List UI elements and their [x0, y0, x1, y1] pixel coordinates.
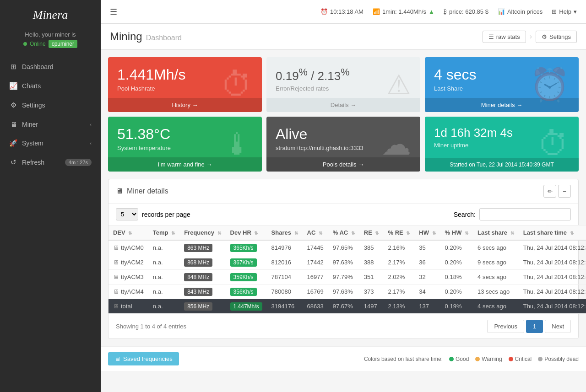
- topbar-left: ☰: [110, 7, 117, 17]
- col-shares[interactable]: Shares ⇅: [267, 226, 303, 241]
- cell-lastshare: 4 secs ago: [473, 299, 519, 314]
- cell-devhr: 1.447Mh/s: [226, 299, 267, 314]
- sidebar-item-settings[interactable]: ⚙ Settings: [0, 96, 101, 115]
- col-temp[interactable]: Temp ⇅: [148, 226, 179, 241]
- cell-lastsharetime: Thu, 24 Jul 2014 08:12:39 GMT: [519, 255, 586, 270]
- user-greeting: Hello, your miner is: [25, 31, 76, 38]
- sidebar-item-miner[interactable]: 🖥 Miner ‹: [0, 115, 101, 134]
- cell-ac: 17442: [303, 255, 328, 270]
- legend: Colors based on last share time: Good Wa…: [364, 356, 579, 362]
- charts-icon: 📈: [9, 82, 17, 90]
- cell-lastshare: 6 secs ago: [473, 240, 519, 255]
- cell-lastsharetime: Thu, 24 Jul 2014 08:12:42 GMT: [519, 240, 586, 255]
- cell-devhr: 356Kh/s: [226, 285, 267, 299]
- sidebar-item-charts[interactable]: 📈 Charts: [0, 76, 101, 96]
- cell-temp: n.a.: [148, 240, 179, 255]
- cell-lastsharetime: Thu, 24 Jul 2014 08:12:35 GMT: [519, 285, 586, 299]
- help-button[interactable]: ⊞ Help ▾: [552, 8, 577, 15]
- cell-pcthw: 0.20%: [440, 255, 473, 270]
- cell-dev: 🖥ttyACM3: [109, 270, 148, 285]
- table-row: 🖥ttyACM2 n.a. 868 MHz 367Kh/s 812016 174…: [109, 255, 586, 270]
- col-last-share-time[interactable]: Last share time ⇅: [519, 226, 586, 241]
- prev-button[interactable]: Previous: [487, 320, 524, 333]
- pagination: Previous 1 Next: [487, 320, 571, 333]
- content-scroll: Mining Dashboard ☰ raw stats › ⚙ Setting…: [101, 24, 586, 392]
- devhr-badge: 365Kh/s: [230, 244, 257, 252]
- help-icon: ⊞: [552, 8, 557, 15]
- search-input[interactable]: [479, 208, 571, 220]
- records-select[interactable]: 5 10 25 50: [116, 208, 138, 220]
- col-pct-ac[interactable]: % AC ⇅: [328, 226, 359, 241]
- cell-pctre: 2.02%: [383, 270, 414, 285]
- topbar-altcoin[interactable]: 📊 Altcoin prices: [498, 8, 543, 15]
- page-subtitle: Dashboard: [146, 34, 182, 42]
- cell-pcthw: 0.20%: [440, 285, 473, 299]
- hashrate-arrow-icon: ▲: [429, 8, 434, 15]
- cell-pctac: 97.63%: [328, 285, 359, 299]
- good-label: Good: [456, 356, 469, 362]
- bitcoin-icon: ₿: [444, 8, 447, 15]
- warning-card-icon: ⚠: [386, 69, 411, 101]
- cell-ac: 16769: [303, 285, 328, 299]
- cell-re: 388: [359, 255, 384, 270]
- page-header: Mining Dashboard ☰ raw stats › ⚙ Setting…: [101, 24, 586, 50]
- miner-details-title: 🖥 Miner details: [116, 187, 168, 195]
- sidebar-item-refresh[interactable]: ↺ Refresh 4m : 27s: [0, 153, 101, 172]
- freq-badge: 856 MHz: [184, 302, 212, 311]
- col-dev[interactable]: DEV ⇅: [109, 226, 148, 241]
- col-pct-hw[interactable]: % HW ⇅: [440, 226, 473, 241]
- sidebar-item-system[interactable]: 🚀 System ‹: [0, 134, 101, 153]
- time-value: 10:13:18 AM: [330, 8, 364, 15]
- alive-icon: ☁: [381, 127, 411, 161]
- critical-label: Critical: [515, 356, 532, 362]
- altcoin-icon: 📊: [498, 8, 505, 15]
- card-error-rate: 0.19% / 2.13% Error/Rejected rates ⚠ Det…: [266, 57, 420, 112]
- cell-pctre: 2.17%: [383, 255, 414, 270]
- freq-badge: 848 MHz: [184, 273, 212, 281]
- cell-hw: 36: [414, 255, 440, 270]
- col-last-share[interactable]: Last share ⇅: [473, 226, 519, 241]
- col-frequency[interactable]: Frequency ⇅: [179, 226, 225, 241]
- cell-freq: 868 MHz: [179, 255, 225, 270]
- col-re[interactable]: RE ⇅: [359, 226, 384, 241]
- device-icon: 🖥: [113, 274, 119, 280]
- raw-stats-button[interactable]: ☰ raw stats: [483, 31, 526, 43]
- settings-button[interactable]: ⚙ Settings: [536, 31, 577, 43]
- page-title: Mining: [110, 30, 142, 43]
- col-pct-re[interactable]: % RE ⇅: [383, 226, 414, 241]
- miner-table: DEV ⇅ Temp ⇅ Frequency ⇅ Dev HR ⇅ Shares…: [109, 225, 586, 314]
- next-button[interactable]: Next: [545, 320, 571, 333]
- online-label: Online: [30, 41, 46, 47]
- help-chevron-icon: ▾: [574, 8, 577, 15]
- cell-dev: 🖥ttyACM0: [109, 240, 148, 255]
- showing-text: Showing 1 to 4 of 4 entries: [116, 323, 186, 330]
- hamburger-icon[interactable]: ☰: [110, 7, 117, 17]
- edit-button[interactable]: ✏: [543, 185, 556, 198]
- saved-frequencies-button[interactable]: 🖥 Saved frequencies: [108, 352, 179, 365]
- cell-re: 385: [359, 240, 384, 255]
- settings-gear-icon: ⚙: [542, 33, 547, 40]
- search-label: Search:: [454, 211, 476, 218]
- col-ac[interactable]: AC ⇅: [303, 226, 328, 241]
- records-label: records per page: [142, 211, 190, 218]
- hashrate-icon: 📶: [373, 8, 380, 15]
- cell-pcthw: 0.18%: [440, 270, 473, 285]
- card-temperature: 51.38°C System temperature 🌡 I'm warm an…: [108, 117, 262, 172]
- col-dev-hr[interactable]: Dev HR ⇅: [226, 226, 267, 241]
- card-last-share: 4 secs Last Share ⏰ Miner details →: [425, 57, 579, 112]
- cell-freq: 863 MHz: [179, 240, 225, 255]
- col-hw[interactable]: HW ⇅: [414, 226, 440, 241]
- collapse-button[interactable]: −: [558, 185, 571, 198]
- page-1-button[interactable]: 1: [526, 320, 543, 333]
- cell-ac: 17445: [303, 240, 328, 255]
- system-icon: 🚀: [9, 139, 17, 147]
- sidebar-nav: ⊞ Dashboard 📈 Charts ⚙ Settings 🖥 Miner …: [0, 57, 101, 172]
- cell-freq: 856 MHz: [179, 299, 225, 314]
- cell-devhr: 367Kh/s: [226, 255, 267, 270]
- cell-pctac: 97.65%: [328, 240, 359, 255]
- card-hashrate: 1.441Mh/s Pool Hashrate ⏱ History →: [108, 57, 262, 112]
- legend-warning: Warning: [475, 356, 502, 362]
- card-uptime: 1d 16h 32m 4s Miner uptime ⏱ Started on …: [425, 117, 579, 172]
- sidebar-item-dashboard[interactable]: ⊞ Dashboard: [0, 57, 101, 76]
- last-share-icon: ⏰: [530, 66, 570, 103]
